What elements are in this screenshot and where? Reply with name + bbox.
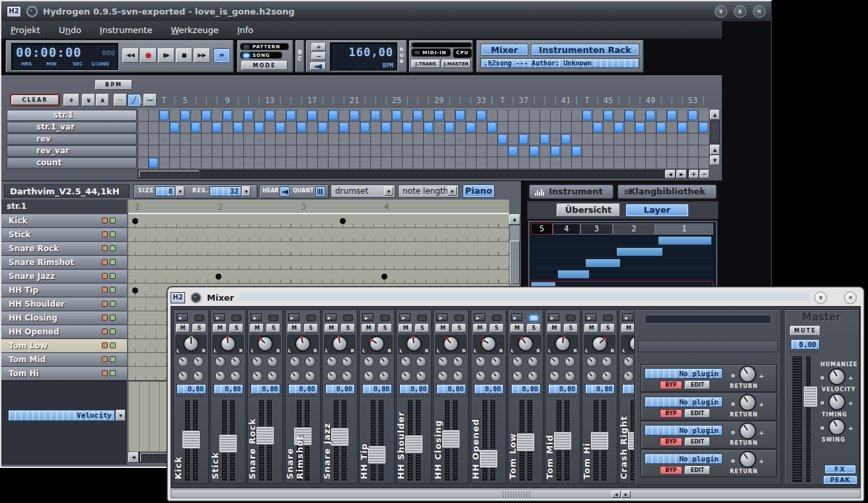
layer-row[interactable] bbox=[531, 236, 713, 247]
pattern-row-name[interactable]: str.1_var bbox=[7, 122, 137, 133]
pattern-block[interactable] bbox=[212, 122, 221, 132]
fx-send-knob[interactable] bbox=[230, 356, 241, 367]
strip-solo-button[interactable]: S bbox=[192, 324, 206, 332]
instrument-row[interactable]: HH Opened bbox=[1, 325, 127, 339]
master-mute-button[interactable]: MUTE bbox=[790, 326, 820, 336]
fx-send-knob[interactable] bbox=[290, 356, 300, 367]
velocity-dropdown-button[interactable]: ▼ bbox=[116, 410, 126, 421]
fx-plugin-name-display[interactable]: No plugin bbox=[645, 397, 723, 407]
master-peak-button[interactable]: PEAK bbox=[823, 475, 857, 484]
beat-ruler[interactable]: 1234 bbox=[128, 200, 509, 214]
instrument-row[interactable]: Tom Mid bbox=[1, 353, 127, 367]
fx-plugin-name-display[interactable]: No plugin bbox=[645, 453, 723, 464]
pattern-block[interactable] bbox=[223, 110, 232, 120]
fx-edit-button[interactable]: EDIT bbox=[685, 438, 710, 446]
rubberband-strip[interactable]: RUB bbox=[398, 42, 405, 69]
pattern-block[interactable] bbox=[572, 146, 581, 156]
pattern-block[interactable] bbox=[403, 122, 412, 132]
song-scroll-left-button[interactable]: ◀ bbox=[665, 170, 676, 178]
strip-fader-track[interactable] bbox=[491, 400, 495, 481]
fx-send-knob[interactable] bbox=[528, 356, 538, 367]
menu-projekt[interactable]: Projekt bbox=[1, 25, 50, 35]
title-bar[interactable]: H2 Hydrogen 0.9.5-svn-exported - love_is… bbox=[1, 1, 771, 21]
strip-mute-button[interactable]: M bbox=[325, 324, 338, 332]
song-zoom-in-button[interactable]: + bbox=[689, 170, 699, 178]
fx-send-knob[interactable] bbox=[215, 371, 225, 381]
strip-fader-handle[interactable] bbox=[590, 432, 609, 450]
fx-send-knob[interactable] bbox=[342, 356, 352, 367]
pattern-block[interactable] bbox=[360, 122, 370, 132]
swing-knob[interactable] bbox=[828, 418, 846, 436]
pattern-mode-row[interactable]: PATTERN bbox=[240, 43, 289, 50]
fx-send-knob[interactable] bbox=[623, 371, 634, 381]
view-layer[interactable]: Layer bbox=[625, 204, 689, 217]
fx-send-knob[interactable] bbox=[178, 356, 188, 367]
pattern-block[interactable] bbox=[487, 122, 496, 132]
fx-bypass-button[interactable]: BYP bbox=[660, 409, 682, 418]
mute-led[interactable] bbox=[102, 287, 108, 293]
pattern-block[interactable] bbox=[350, 110, 359, 120]
pan-knob[interactable] bbox=[555, 336, 571, 352]
mute-led[interactable] bbox=[102, 356, 108, 362]
fx-plugin-name-display[interactable]: No plugin bbox=[645, 368, 723, 379]
strip-fader-handle[interactable] bbox=[368, 445, 386, 464]
instrument-row[interactable]: Kick bbox=[1, 214, 127, 228]
pattern-block[interactable] bbox=[255, 122, 264, 132]
song-grid-row[interactable] bbox=[138, 145, 709, 157]
mute-led[interactable] bbox=[102, 315, 108, 321]
pattern-block[interactable] bbox=[582, 110, 592, 120]
fx-edit-button[interactable]: EDIT bbox=[685, 409, 710, 418]
instrument-row[interactable]: Snare Rimshot bbox=[1, 256, 127, 270]
fx-send-knob[interactable] bbox=[512, 356, 523, 367]
strip-mute-button[interactable]: M bbox=[213, 324, 227, 332]
fx-return-knob[interactable] bbox=[739, 422, 756, 440]
pattern-block[interactable] bbox=[180, 110, 190, 120]
jack-transport-button[interactable]: J.TRANS bbox=[411, 59, 440, 68]
note-grid-row[interactable] bbox=[128, 242, 509, 256]
strip-fader-handle[interactable] bbox=[219, 434, 237, 453]
instrument-row[interactable]: HH Closing bbox=[1, 311, 127, 325]
strip-play-button[interactable]: ▶ bbox=[474, 313, 485, 321]
fx-send-knob[interactable] bbox=[549, 371, 560, 381]
pattern-block[interactable] bbox=[424, 122, 433, 132]
pattern-block[interactable] bbox=[159, 110, 169, 120]
strip-mute-button[interactable]: M bbox=[399, 324, 413, 332]
song-vscroll-up-button[interactable]: ▲ bbox=[710, 110, 720, 120]
pattern-block[interactable] bbox=[265, 110, 274, 120]
record-button[interactable]: ● bbox=[140, 48, 157, 63]
strip-fader-handle[interactable] bbox=[256, 426, 274, 445]
pattern-block[interactable] bbox=[604, 110, 613, 120]
layer-sample-bar[interactable] bbox=[586, 259, 620, 267]
note-grid-row[interactable] bbox=[128, 256, 509, 270]
pattern-block[interactable] bbox=[656, 122, 666, 132]
menu-werkzeuge[interactable]: Werkzeuge bbox=[161, 25, 227, 35]
fx-send-knob[interactable] bbox=[416, 371, 426, 381]
strip-mute-button[interactable]: M bbox=[362, 324, 375, 332]
fx-edit-button[interactable]: EDIT bbox=[685, 381, 710, 389]
strip-solo-button[interactable]: S bbox=[527, 324, 541, 332]
move-up-button[interactable]: ∧ bbox=[96, 94, 109, 106]
song-mode-row[interactable]: SONG bbox=[240, 52, 282, 59]
pattern-block[interactable] bbox=[519, 134, 528, 144]
pattern-row-name[interactable]: str.1 bbox=[7, 110, 137, 121]
fx-send-knob[interactable] bbox=[379, 371, 389, 381]
fx-send-knob[interactable] bbox=[401, 371, 411, 381]
pattern-block[interactable] bbox=[329, 110, 338, 120]
strip-fader-handle[interactable] bbox=[331, 428, 349, 446]
pattern-block[interactable] bbox=[551, 146, 560, 156]
pattern-block[interactable] bbox=[646, 110, 655, 120]
instrument-row[interactable]: Snare Rock bbox=[1, 242, 127, 256]
fx-send-knob[interactable] bbox=[305, 371, 315, 381]
song-grid-row[interactable] bbox=[138, 110, 709, 122]
pattern-block[interactable] bbox=[477, 110, 486, 120]
mixer-toggle-button[interactable]: Mixer bbox=[481, 44, 528, 56]
strip-play-button[interactable]: ▶ bbox=[548, 313, 559, 321]
strip-mute-button[interactable]: M bbox=[288, 324, 301, 332]
pattern-block[interactable] bbox=[561, 134, 571, 144]
mute-led[interactable] bbox=[102, 329, 108, 334]
instrument-row[interactable]: Tom Low bbox=[1, 339, 127, 353]
solo-led[interactable] bbox=[110, 301, 116, 307]
layer-sample-bar[interactable] bbox=[558, 270, 589, 278]
strip-play-button[interactable]: ▶ bbox=[436, 313, 448, 321]
bpm-minus-button[interactable]: − bbox=[311, 52, 326, 60]
